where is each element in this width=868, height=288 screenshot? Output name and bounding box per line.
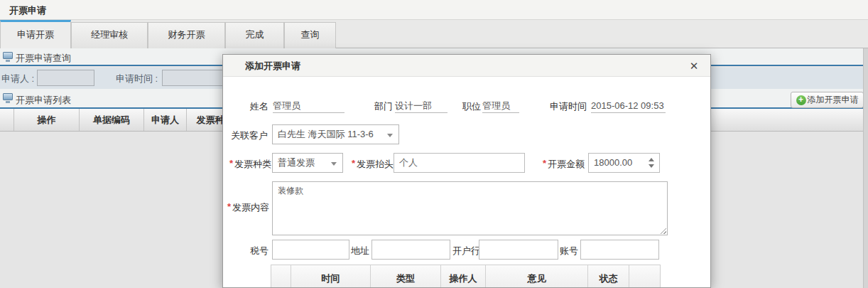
tax-no-input[interactable] [272, 240, 349, 260]
page-title: 开票申请 [9, 4, 46, 17]
content-textarea[interactable]: 装修款 [272, 181, 668, 235]
chevron-down-icon [331, 162, 337, 166]
spin-up-icon[interactable] [649, 158, 654, 161]
tab-manager-review[interactable]: 经理审核 [71, 22, 148, 48]
required-mark: * [227, 201, 231, 212]
tab-apply-invoice[interactable]: 申请开票 [0, 20, 71, 48]
customer-select[interactable]: 白先生 海天国际 11-3-6 [272, 124, 399, 144]
address-label: 地址 [351, 245, 369, 257]
top-title-bar: 开票申请 [0, 0, 868, 20]
header-cell-empty [0, 109, 14, 131]
history-header-operator: 操作人 [441, 265, 487, 288]
app-screen: 开票申请 申请开票 经理审核 财务开票 完成 查询 开票申请查询 申请人 : 申… [0, 0, 868, 288]
invoice-type-select-value: 普通发票 [278, 157, 315, 168]
customer-label: 关联客户 [231, 129, 268, 142]
header-cell-doc-code: 单据编码 [80, 109, 144, 131]
account-label: 账号 [560, 245, 578, 257]
address-input[interactable] [371, 240, 450, 260]
modal-title: 添加开票申请 [245, 55, 300, 77]
bank-input[interactable] [479, 240, 558, 260]
monitor-icon [3, 93, 13, 100]
add-icon [796, 95, 806, 105]
history-header-status: 状态 [588, 265, 629, 288]
tab-search[interactable]: 查询 [284, 22, 336, 48]
position-field[interactable]: 管理员 [482, 97, 519, 113]
history-header-empty [271, 265, 291, 288]
apply-time-field[interactable]: 2015-06-12 09:53 [591, 97, 666, 113]
query-section-title: 开票申请查询 [16, 52, 71, 65]
tab-complete[interactable]: 完成 [225, 22, 284, 48]
applicant-input[interactable] [37, 70, 94, 86]
close-icon[interactable]: ✕ [687, 59, 701, 73]
invoice-title-input[interactable] [394, 153, 525, 173]
apply-time-input[interactable] [162, 70, 232, 86]
account-input[interactable] [580, 240, 659, 260]
required-mark: * [543, 158, 546, 169]
list-section-title: 开票申请列表 [16, 94, 71, 107]
amount-label: 开票金额 [548, 158, 585, 171]
bank-label: 开户行 [452, 245, 480, 257]
required-mark: * [229, 158, 233, 169]
department-field[interactable]: 设计一部 [395, 97, 447, 113]
invoice-title-label: 发票抬头 [357, 158, 394, 171]
amount-stepper[interactable]: 18000.00 [588, 153, 660, 173]
modal-body: 姓名 管理员 部门 设计一部 职位 管理员 申请时间 2015-06-12 09… [223, 77, 710, 288]
add-invoice-request-button[interactable]: 添加开票申请 [791, 92, 864, 108]
position-label: 职位 [462, 100, 481, 113]
header-cell-applicant: 申请人 [144, 109, 187, 131]
history-table-header: 时间 类型 操作人 意见 状态 [271, 265, 661, 288]
spin-down-icon[interactable] [649, 164, 654, 168]
history-header-type: 类型 [371, 265, 441, 288]
history-header-opinion: 意见 [486, 265, 588, 288]
history-header-time: 时间 [291, 265, 371, 288]
amount-value: 18000.00 [594, 154, 632, 172]
invoice-type-label: 发票种类 [234, 158, 271, 171]
history-header-empty [629, 265, 660, 288]
content-label: 发票内容 [232, 201, 269, 214]
required-mark: * [352, 158, 355, 169]
department-label: 部门 [374, 100, 393, 113]
add-button-label: 添加开票申请 [808, 94, 859, 106]
header-cell-actions: 操作 [14, 109, 80, 131]
invoice-type-select[interactable]: 普通发票 [272, 153, 343, 173]
workflow-tabbar: 申请开票 经理审核 财务开票 完成 查询 [0, 20, 868, 48]
vertical-scrollbar[interactable] [863, 48, 868, 288]
chevron-down-icon [387, 134, 393, 137]
tab-finance-invoice[interactable]: 财务开票 [148, 22, 225, 48]
modal-header: 添加开票申请 ✕ [223, 55, 710, 77]
add-invoice-modal: 添加开票申请 ✕ 姓名 管理员 部门 设计一部 职位 管理员 申请时间 2015… [222, 54, 711, 288]
customer-select-value: 白先生 海天国际 11-3-6 [278, 129, 374, 139]
tax-no-label: 税号 [250, 245, 268, 257]
monitor-icon [3, 52, 13, 59]
modal-apply-time-label: 申请时间 [550, 100, 587, 113]
apply-time-label: 申请时间 : [116, 73, 158, 85]
name-label: 姓名 [250, 100, 268, 113]
applicant-label: 申请人 : [1, 73, 34, 85]
name-field[interactable]: 管理员 [273, 97, 345, 113]
